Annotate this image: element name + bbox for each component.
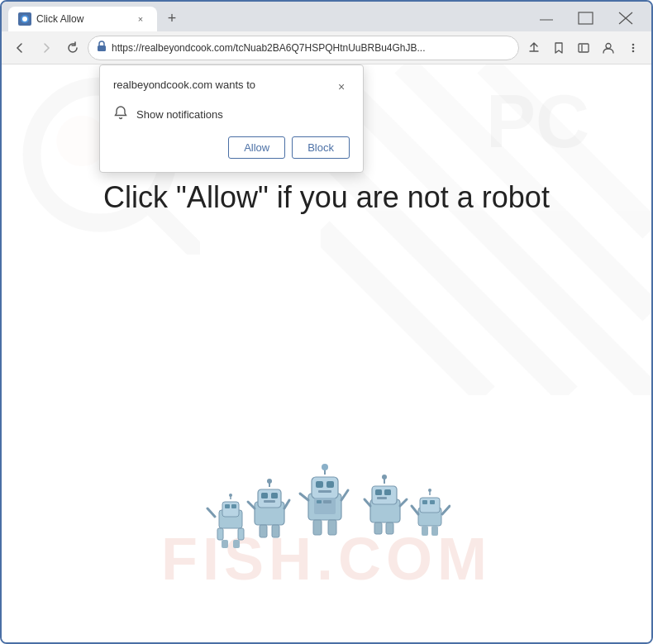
notification-popup: realbeyondcook.com wants to × Show notif…	[99, 64, 364, 173]
svg-rect-62	[377, 497, 387, 499]
window-controls	[527, 3, 645, 30]
svg-line-40	[248, 502, 255, 508]
page-content: PC FISH.COM Click "Allow" if you are not…	[2, 64, 651, 642]
svg-rect-59	[384, 489, 391, 495]
svg-point-14	[632, 46, 635, 49]
svg-rect-68	[420, 498, 440, 513]
tab-area: Click Allow × +	[8, 2, 524, 31]
svg-rect-45	[326, 481, 334, 488]
svg-line-41	[284, 500, 289, 508]
svg-point-15	[632, 50, 635, 52]
svg-rect-2	[527, 3, 565, 30]
popup-close-button[interactable]: ×	[333, 79, 350, 95]
robots-svg	[203, 436, 450, 568]
svg-point-13	[632, 43, 635, 45]
svg-rect-66	[386, 522, 393, 534]
svg-rect-57	[372, 486, 397, 504]
title-bar: Click Allow × +	[2, 2, 651, 31]
svg-rect-50	[317, 500, 322, 503]
lock-icon	[97, 41, 107, 55]
popup-header: realbeyondcook.com wants to ×	[113, 79, 350, 95]
menu-button[interactable]	[622, 36, 645, 60]
permission-text: Show notifications	[136, 108, 223, 121]
svg-line-53	[341, 490, 348, 500]
new-tab-button[interactable]: +	[160, 7, 184, 30]
svg-line-17	[155, 209, 196, 250]
nav-actions	[522, 36, 645, 60]
svg-line-63	[365, 499, 370, 506]
svg-rect-21	[222, 502, 239, 517]
active-tab[interactable]: Click Allow ×	[8, 7, 157, 31]
bell-icon	[113, 105, 128, 123]
svg-line-30	[207, 508, 215, 517]
svg-rect-51	[323, 500, 331, 503]
svg-rect-35	[264, 500, 275, 503]
svg-rect-76	[431, 526, 438, 536]
popup-buttons: Allow Block	[113, 136, 350, 159]
svg-rect-27	[238, 528, 244, 540]
address-bar[interactable]: https://realbeyondcook.com/tcNuab2BA6Q7H…	[88, 36, 519, 60]
bookmark-button[interactable]	[547, 36, 570, 60]
block-button[interactable]: Block	[292, 136, 350, 159]
browser-frame: Click Allow × +	[0, 0, 653, 644]
svg-rect-22	[225, 504, 230, 508]
svg-point-37	[267, 479, 272, 484]
svg-rect-65	[374, 522, 382, 534]
svg-point-12	[606, 43, 611, 48]
svg-rect-38	[260, 525, 267, 537]
svg-rect-46	[318, 490, 331, 493]
svg-rect-33	[261, 493, 268, 499]
svg-rect-69	[422, 500, 427, 504]
minimize-button[interactable]	[527, 3, 565, 30]
svg-point-72	[428, 489, 431, 492]
svg-rect-39	[272, 525, 279, 537]
robots-illustration	[203, 436, 450, 568]
svg-line-52	[300, 494, 308, 500]
navigation-bar: https://realbeyondcook.com/tcNuab2BA6Q7H…	[2, 31, 651, 64]
svg-rect-58	[375, 489, 382, 495]
svg-point-25	[229, 494, 232, 497]
profile-button[interactable]	[597, 36, 620, 60]
share-button[interactable]	[522, 36, 546, 60]
svg-rect-4	[567, 3, 605, 30]
svg-rect-10	[579, 44, 589, 52]
tab-title: Click Allow	[36, 13, 129, 25]
svg-rect-34	[271, 493, 278, 499]
svg-line-64	[400, 499, 407, 506]
svg-rect-70	[430, 500, 435, 504]
svg-rect-23	[231, 504, 236, 508]
allow-button[interactable]: Allow	[228, 136, 285, 159]
svg-rect-43	[312, 477, 338, 499]
popup-permission-row: Show notifications	[113, 105, 350, 123]
tab-close-button[interactable]: ×	[134, 12, 147, 26]
svg-rect-26	[217, 528, 223, 540]
close-window-button[interactable]	[607, 3, 645, 30]
svg-rect-75	[422, 526, 428, 536]
svg-rect-9	[98, 45, 106, 51]
svg-point-61	[382, 475, 387, 479]
page-main-text: Click "Allow" if you are not a robot	[2, 180, 651, 215]
svg-rect-6	[607, 3, 645, 30]
svg-line-73	[442, 506, 450, 514]
svg-point-1	[22, 17, 27, 21]
back-button[interactable]	[8, 36, 31, 60]
restore-button[interactable]	[567, 3, 605, 30]
svg-rect-55	[328, 520, 336, 535]
forward-button[interactable]	[35, 36, 58, 60]
tab-favicon	[18, 12, 31, 26]
svg-line-74	[412, 506, 418, 514]
popup-title: realbeyondcook.com wants to	[113, 79, 255, 91]
svg-rect-54	[313, 520, 322, 535]
svg-rect-32	[258, 489, 281, 508]
svg-point-48	[322, 464, 328, 470]
svg-rect-29	[233, 540, 240, 548]
sidebar-button[interactable]	[572, 36, 595, 60]
refresh-button[interactable]	[61, 36, 84, 60]
url-text: https://realbeyondcook.com/tcNuab2BA6Q7H…	[112, 42, 510, 54]
svg-rect-28	[222, 540, 228, 548]
svg-rect-44	[316, 481, 323, 488]
watermark-lines	[321, 64, 651, 395]
